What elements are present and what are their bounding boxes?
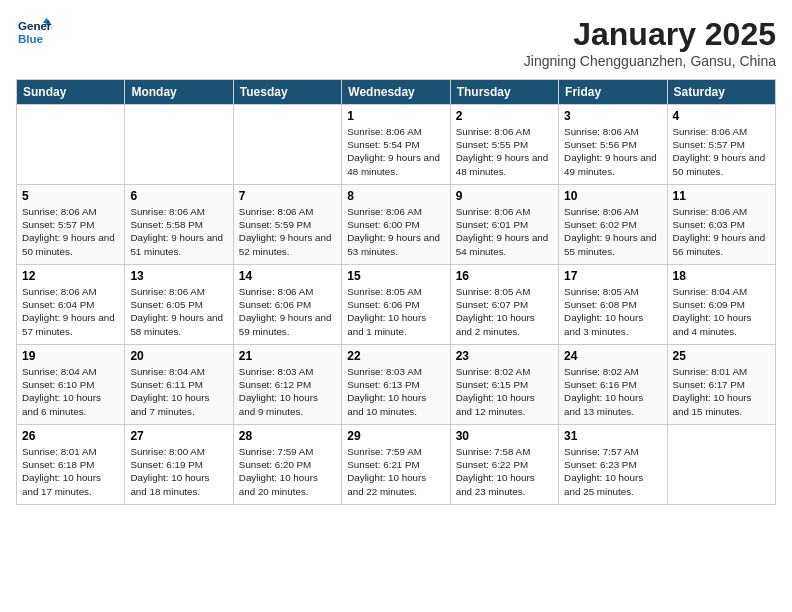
day-detail: Sunrise: 8:06 AM Sunset: 6:05 PM Dayligh… [130, 285, 227, 338]
calendar-cell: 11Sunrise: 8:06 AM Sunset: 6:03 PM Dayli… [667, 185, 775, 265]
day-detail: Sunrise: 8:03 AM Sunset: 6:12 PM Dayligh… [239, 365, 336, 418]
calendar-cell: 18Sunrise: 8:04 AM Sunset: 6:09 PM Dayli… [667, 265, 775, 345]
calendar-cell [233, 105, 341, 185]
day-detail: Sunrise: 8:06 AM Sunset: 5:57 PM Dayligh… [673, 125, 770, 178]
weekday-header-monday: Monday [125, 80, 233, 105]
calendar-cell [17, 105, 125, 185]
day-detail: Sunrise: 8:06 AM Sunset: 6:04 PM Dayligh… [22, 285, 119, 338]
day-number: 9 [456, 189, 553, 203]
day-number: 12 [22, 269, 119, 283]
header: General Blue January 2025 Jingning Cheng… [16, 16, 776, 69]
day-number: 24 [564, 349, 661, 363]
calendar-cell: 9Sunrise: 8:06 AM Sunset: 6:01 PM Daylig… [450, 185, 558, 265]
calendar-cell: 19Sunrise: 8:04 AM Sunset: 6:10 PM Dayli… [17, 345, 125, 425]
calendar-cell: 15Sunrise: 8:05 AM Sunset: 6:06 PM Dayli… [342, 265, 450, 345]
day-detail: Sunrise: 8:02 AM Sunset: 6:16 PM Dayligh… [564, 365, 661, 418]
day-number: 8 [347, 189, 444, 203]
day-detail: Sunrise: 8:00 AM Sunset: 6:19 PM Dayligh… [130, 445, 227, 498]
day-detail: Sunrise: 8:06 AM Sunset: 5:59 PM Dayligh… [239, 205, 336, 258]
calendar-week-row: 12Sunrise: 8:06 AM Sunset: 6:04 PM Dayli… [17, 265, 776, 345]
day-detail: Sunrise: 8:06 AM Sunset: 5:54 PM Dayligh… [347, 125, 444, 178]
day-detail: Sunrise: 8:06 AM Sunset: 6:06 PM Dayligh… [239, 285, 336, 338]
calendar-cell: 12Sunrise: 8:06 AM Sunset: 6:04 PM Dayli… [17, 265, 125, 345]
day-number: 14 [239, 269, 336, 283]
day-number: 30 [456, 429, 553, 443]
calendar-week-row: 26Sunrise: 8:01 AM Sunset: 6:18 PM Dayli… [17, 425, 776, 505]
calendar-week-row: 1Sunrise: 8:06 AM Sunset: 5:54 PM Daylig… [17, 105, 776, 185]
day-number: 29 [347, 429, 444, 443]
day-number: 7 [239, 189, 336, 203]
calendar-cell: 21Sunrise: 8:03 AM Sunset: 6:12 PM Dayli… [233, 345, 341, 425]
calendar-cell: 24Sunrise: 8:02 AM Sunset: 6:16 PM Dayli… [559, 345, 667, 425]
calendar-cell: 16Sunrise: 8:05 AM Sunset: 6:07 PM Dayli… [450, 265, 558, 345]
day-detail: Sunrise: 8:06 AM Sunset: 6:02 PM Dayligh… [564, 205, 661, 258]
weekday-header-friday: Friday [559, 80, 667, 105]
day-detail: Sunrise: 8:04 AM Sunset: 6:09 PM Dayligh… [673, 285, 770, 338]
day-number: 27 [130, 429, 227, 443]
day-number: 26 [22, 429, 119, 443]
weekday-header-wednesday: Wednesday [342, 80, 450, 105]
calendar-cell: 8Sunrise: 8:06 AM Sunset: 6:00 PM Daylig… [342, 185, 450, 265]
calendar-cell [667, 425, 775, 505]
day-detail: Sunrise: 8:02 AM Sunset: 6:15 PM Dayligh… [456, 365, 553, 418]
day-detail: Sunrise: 8:05 AM Sunset: 6:07 PM Dayligh… [456, 285, 553, 338]
day-number: 4 [673, 109, 770, 123]
day-detail: Sunrise: 8:05 AM Sunset: 6:06 PM Dayligh… [347, 285, 444, 338]
calendar-cell: 14Sunrise: 8:06 AM Sunset: 6:06 PM Dayli… [233, 265, 341, 345]
day-detail: Sunrise: 8:06 AM Sunset: 5:57 PM Dayligh… [22, 205, 119, 258]
logo: General Blue [16, 16, 52, 48]
calendar-cell: 17Sunrise: 8:05 AM Sunset: 6:08 PM Dayli… [559, 265, 667, 345]
day-number: 28 [239, 429, 336, 443]
svg-text:Blue: Blue [18, 33, 44, 45]
calendar-week-row: 5Sunrise: 8:06 AM Sunset: 5:57 PM Daylig… [17, 185, 776, 265]
day-detail: Sunrise: 7:58 AM Sunset: 6:22 PM Dayligh… [456, 445, 553, 498]
day-number: 2 [456, 109, 553, 123]
day-number: 23 [456, 349, 553, 363]
calendar-cell: 30Sunrise: 7:58 AM Sunset: 6:22 PM Dayli… [450, 425, 558, 505]
day-number: 1 [347, 109, 444, 123]
day-detail: Sunrise: 8:01 AM Sunset: 6:18 PM Dayligh… [22, 445, 119, 498]
day-detail: Sunrise: 8:06 AM Sunset: 5:55 PM Dayligh… [456, 125, 553, 178]
day-number: 13 [130, 269, 227, 283]
calendar-cell: 1Sunrise: 8:06 AM Sunset: 5:54 PM Daylig… [342, 105, 450, 185]
calendar-cell: 25Sunrise: 8:01 AM Sunset: 6:17 PM Dayli… [667, 345, 775, 425]
calendar-cell: 4Sunrise: 8:06 AM Sunset: 5:57 PM Daylig… [667, 105, 775, 185]
day-number: 17 [564, 269, 661, 283]
logo-icon: General Blue [16, 16, 52, 48]
day-number: 6 [130, 189, 227, 203]
calendar-cell: 20Sunrise: 8:04 AM Sunset: 6:11 PM Dayli… [125, 345, 233, 425]
day-number: 15 [347, 269, 444, 283]
calendar-cell: 29Sunrise: 7:59 AM Sunset: 6:21 PM Dayli… [342, 425, 450, 505]
weekday-header-tuesday: Tuesday [233, 80, 341, 105]
calendar-cell: 10Sunrise: 8:06 AM Sunset: 6:02 PM Dayli… [559, 185, 667, 265]
day-number: 18 [673, 269, 770, 283]
calendar-cell: 26Sunrise: 8:01 AM Sunset: 6:18 PM Dayli… [17, 425, 125, 505]
day-detail: Sunrise: 8:06 AM Sunset: 5:56 PM Dayligh… [564, 125, 661, 178]
day-number: 3 [564, 109, 661, 123]
day-number: 20 [130, 349, 227, 363]
calendar-cell: 3Sunrise: 8:06 AM Sunset: 5:56 PM Daylig… [559, 105, 667, 185]
day-detail: Sunrise: 8:06 AM Sunset: 6:01 PM Dayligh… [456, 205, 553, 258]
calendar-cell: 27Sunrise: 8:00 AM Sunset: 6:19 PM Dayli… [125, 425, 233, 505]
location-subtitle: Jingning Chengguanzhen, Gansu, China [524, 53, 776, 69]
calendar-cell: 7Sunrise: 8:06 AM Sunset: 5:59 PM Daylig… [233, 185, 341, 265]
calendar-cell: 5Sunrise: 8:06 AM Sunset: 5:57 PM Daylig… [17, 185, 125, 265]
day-number: 5 [22, 189, 119, 203]
day-number: 19 [22, 349, 119, 363]
day-detail: Sunrise: 7:59 AM Sunset: 6:21 PM Dayligh… [347, 445, 444, 498]
day-detail: Sunrise: 8:06 AM Sunset: 5:58 PM Dayligh… [130, 205, 227, 258]
calendar-cell: 2Sunrise: 8:06 AM Sunset: 5:55 PM Daylig… [450, 105, 558, 185]
day-number: 21 [239, 349, 336, 363]
calendar-cell: 23Sunrise: 8:02 AM Sunset: 6:15 PM Dayli… [450, 345, 558, 425]
title-area: January 2025 Jingning Chengguanzhen, Gan… [524, 16, 776, 69]
day-detail: Sunrise: 8:05 AM Sunset: 6:08 PM Dayligh… [564, 285, 661, 338]
day-number: 31 [564, 429, 661, 443]
weekday-header-saturday: Saturday [667, 80, 775, 105]
calendar-cell: 6Sunrise: 8:06 AM Sunset: 5:58 PM Daylig… [125, 185, 233, 265]
calendar-cell: 13Sunrise: 8:06 AM Sunset: 6:05 PM Dayli… [125, 265, 233, 345]
day-detail: Sunrise: 7:59 AM Sunset: 6:20 PM Dayligh… [239, 445, 336, 498]
day-detail: Sunrise: 8:04 AM Sunset: 6:11 PM Dayligh… [130, 365, 227, 418]
day-number: 22 [347, 349, 444, 363]
calendar-cell: 22Sunrise: 8:03 AM Sunset: 6:13 PM Dayli… [342, 345, 450, 425]
calendar-week-row: 19Sunrise: 8:04 AM Sunset: 6:10 PM Dayli… [17, 345, 776, 425]
